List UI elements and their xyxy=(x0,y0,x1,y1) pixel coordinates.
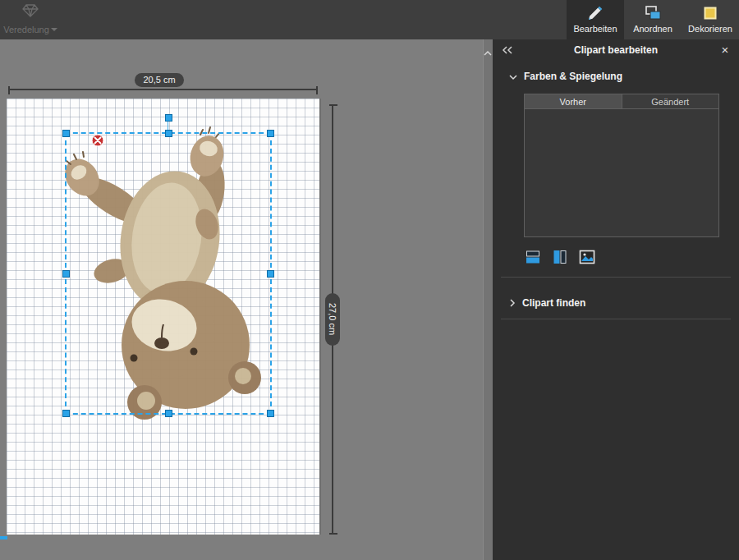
chevron-down-icon xyxy=(509,69,517,84)
decorate-square-icon xyxy=(701,4,719,22)
panel-header: Clipart bearbeiten × xyxy=(493,39,739,62)
resize-handle-ne[interactable] xyxy=(267,130,274,137)
double-chevron-left-icon[interactable] xyxy=(501,44,514,57)
width-dimension-label: 20,5 cm xyxy=(135,73,184,87)
resize-handle-n[interactable] xyxy=(165,130,172,137)
mode-tabs: Bearbeiten Anordnen Dekorieren xyxy=(567,0,739,39)
flip-vertical-icon[interactable] xyxy=(523,249,543,265)
tab-bearbeiten[interactable]: Bearbeiten xyxy=(567,0,624,39)
resize-handle-e[interactable] xyxy=(267,270,274,278)
veredelung-label: Veredelung xyxy=(3,25,49,34)
section-clipart-finden[interactable]: Clipart finden xyxy=(509,296,585,310)
tab-bearbeiten-label: Bearbeiten xyxy=(573,24,617,34)
replace-image-icon[interactable] xyxy=(577,249,597,265)
column-geaendert[interactable]: Geändert xyxy=(622,94,720,109)
section-farben-label: Farben & Spiegelung xyxy=(524,71,622,82)
horizontal-ruler xyxy=(8,89,318,90)
selection-frame[interactable] xyxy=(65,132,272,415)
caret-down-icon xyxy=(51,28,57,31)
veredelung-tool[interactable]: Veredelung xyxy=(2,2,59,38)
color-preview-area xyxy=(524,109,719,237)
section-finden-label: Clipart finden xyxy=(522,297,585,309)
height-dimension-label: 27,0 cm xyxy=(325,293,340,346)
tab-dekorieren[interactable]: Dekorieren xyxy=(682,0,739,39)
chevron-right-icon xyxy=(509,296,516,310)
collapse-up-icon[interactable] xyxy=(484,45,493,60)
gem-icon xyxy=(2,3,59,21)
resize-handle-s[interactable] xyxy=(165,410,172,417)
resize-handle-sw[interactable] xyxy=(62,410,70,417)
delete-marker-icon[interactable] xyxy=(91,134,104,147)
design-canvas[interactable]: 20,5 cm 27,0 cm xyxy=(0,39,483,560)
tab-anordnen-label: Anordnen xyxy=(633,24,672,34)
resize-handle-se[interactable] xyxy=(267,410,274,417)
top-toolbar: Veredelung Bearbeiten Anordnen xyxy=(0,0,739,39)
clipart-edit-panel: Clipart bearbeiten × Farben & Spiegelung… xyxy=(493,39,739,560)
resize-handle-nw[interactable] xyxy=(62,130,70,137)
preview-table-header: Vorher Geändert xyxy=(524,94,719,109)
color-preview-table: Vorher Geändert xyxy=(524,94,719,237)
panel-divider xyxy=(501,319,731,319)
tab-dekorieren-label: Dekorieren xyxy=(688,24,732,34)
flip-horizontal-icon[interactable] xyxy=(550,249,570,265)
horizontal-scrollbar-thumb[interactable] xyxy=(0,536,7,539)
panel-title: Clipart bearbeiten xyxy=(493,39,739,62)
edit-pen-icon xyxy=(586,4,604,22)
mirror-tools xyxy=(523,249,597,265)
tab-anordnen[interactable]: Anordnen xyxy=(624,0,682,39)
resize-handle-w[interactable] xyxy=(62,270,70,278)
app-window: { "topbar": { "tool": { "label": "Verede… xyxy=(0,0,739,560)
panel-splitter[interactable] xyxy=(483,39,493,560)
column-vorher[interactable]: Vorher xyxy=(524,94,622,109)
panel-divider xyxy=(501,277,731,278)
section-farben-spiegelung[interactable]: Farben & Spiegelung xyxy=(509,69,622,84)
arrange-layers-icon xyxy=(644,4,662,22)
rotate-handle[interactable] xyxy=(165,114,172,122)
close-icon[interactable]: × xyxy=(718,42,732,58)
